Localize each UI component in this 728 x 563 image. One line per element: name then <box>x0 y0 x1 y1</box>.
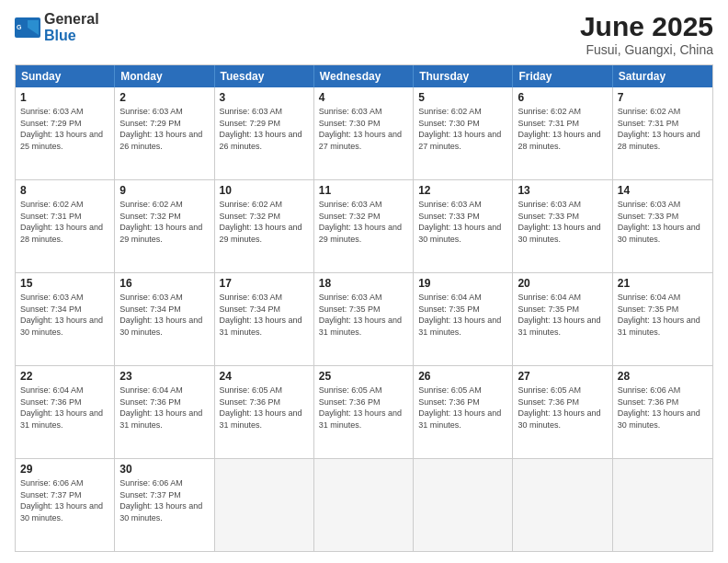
cell-empty-3 <box>414 459 513 551</box>
week-row-2: 8 Sunrise: 6:02 AMSunset: 7:31 PMDayligh… <box>16 179 712 272</box>
cell-2: 2 Sunrise: 6:03 AMSunset: 7:29 PMDayligh… <box>115 87 214 179</box>
cell-27: 27 Sunrise: 6:05 AMSunset: 7:36 PMDaylig… <box>513 366 612 458</box>
cell-24: 24 Sunrise: 6:05 AMSunset: 7:36 PMDaylig… <box>215 366 314 458</box>
calendar: Sunday Monday Tuesday Wednesday Thursday… <box>15 64 713 552</box>
logo-general: General <box>44 11 99 27</box>
weekday-saturday: Saturday <box>613 65 712 87</box>
title-block: June 2025 Fusui, Guangxi, China <box>580 11 713 57</box>
cell-18: 18 Sunrise: 6:03 AMSunset: 7:35 PMDaylig… <box>314 273 414 365</box>
cell-16: 16 Sunrise: 6:03 AMSunset: 7:34 PMDaylig… <box>115 273 214 365</box>
title-location: Fusui, Guangxi, China <box>580 42 713 57</box>
cell-8: 8 Sunrise: 6:02 AMSunset: 7:31 PMDayligh… <box>16 180 115 272</box>
weekday-friday: Friday <box>513 65 612 87</box>
logo-icon: G <box>15 17 40 38</box>
week-row-5: 29 Sunrise: 6:06 AMSunset: 7:37 PMDaylig… <box>16 458 712 551</box>
cell-26: 26 Sunrise: 6:05 AMSunset: 7:36 PMDaylig… <box>414 366 513 458</box>
week-row-3: 15 Sunrise: 6:03 AMSunset: 7:34 PMDaylig… <box>16 272 712 365</box>
cell-9: 9 Sunrise: 6:02 AMSunset: 7:32 PMDayligh… <box>115 180 214 272</box>
calendar-header: Sunday Monday Tuesday Wednesday Thursday… <box>16 65 712 87</box>
cell-22: 22 Sunrise: 6:04 AMSunset: 7:36 PMDaylig… <box>16 366 115 458</box>
cell-25: 25 Sunrise: 6:05 AMSunset: 7:36 PMDaylig… <box>314 366 414 458</box>
cell-19: 19 Sunrise: 6:04 AMSunset: 7:35 PMDaylig… <box>414 273 513 365</box>
cell-7: 7 Sunrise: 6:02 AMSunset: 7:31 PMDayligh… <box>613 87 712 179</box>
cell-20: 20 Sunrise: 6:04 AMSunset: 7:35 PMDaylig… <box>513 273 612 365</box>
weekday-tuesday: Tuesday <box>215 65 314 87</box>
cell-30: 30 Sunrise: 6:06 AMSunset: 7:37 PMDaylig… <box>115 459 214 551</box>
weekday-thursday: Thursday <box>414 65 513 87</box>
logo-text: General Blue <box>44 11 99 44</box>
cell-6: 6 Sunrise: 6:02 AMSunset: 7:31 PMDayligh… <box>513 87 612 179</box>
cell-23: 23 Sunrise: 6:04 AMSunset: 7:36 PMDaylig… <box>115 366 214 458</box>
cell-1: 1 Sunrise: 6:03 AMSunset: 7:29 PMDayligh… <box>16 87 115 179</box>
cell-empty-1 <box>215 459 314 551</box>
weekday-wednesday: Wednesday <box>314 65 414 87</box>
svg-text:G: G <box>17 24 22 30</box>
week-row-4: 22 Sunrise: 6:04 AMSunset: 7:36 PMDaylig… <box>16 365 712 458</box>
cell-21: 21 Sunrise: 6:04 AMSunset: 7:35 PMDaylig… <box>613 273 712 365</box>
cell-15: 15 Sunrise: 6:03 AMSunset: 7:34 PMDaylig… <box>16 273 115 365</box>
calendar-body: 1 Sunrise: 6:03 AMSunset: 7:29 PMDayligh… <box>16 87 712 551</box>
title-month: June 2025 <box>580 11 713 42</box>
cell-3: 3 Sunrise: 6:03 AMSunset: 7:29 PMDayligh… <box>215 87 314 179</box>
weekday-sunday: Sunday <box>16 65 115 87</box>
logo-blue: Blue <box>44 28 76 43</box>
cell-17: 17 Sunrise: 6:03 AMSunset: 7:34 PMDaylig… <box>215 273 314 365</box>
calendar-page: G General Blue June 2025 Fusui, Guangxi,… <box>0 0 728 563</box>
cell-13: 13 Sunrise: 6:03 AMSunset: 7:33 PMDaylig… <box>513 180 612 272</box>
cell-12: 12 Sunrise: 6:03 AMSunset: 7:33 PMDaylig… <box>414 180 513 272</box>
cell-14: 14 Sunrise: 6:03 AMSunset: 7:33 PMDaylig… <box>613 180 712 272</box>
cell-empty-4 <box>513 459 612 551</box>
cell-empty-2 <box>314 459 414 551</box>
week-row-1: 1 Sunrise: 6:03 AMSunset: 7:29 PMDayligh… <box>16 87 712 179</box>
cell-4: 4 Sunrise: 6:03 AMSunset: 7:30 PMDayligh… <box>314 87 414 179</box>
cell-28: 28 Sunrise: 6:06 AMSunset: 7:36 PMDaylig… <box>613 366 712 458</box>
cell-10: 10 Sunrise: 6:02 AMSunset: 7:32 PMDaylig… <box>215 180 314 272</box>
weekday-monday: Monday <box>115 65 214 87</box>
cell-5: 5 Sunrise: 6:02 AMSunset: 7:30 PMDayligh… <box>414 87 513 179</box>
header: G General Blue June 2025 Fusui, Guangxi,… <box>15 11 713 57</box>
cell-empty-5 <box>613 459 712 551</box>
cell-29: 29 Sunrise: 6:06 AMSunset: 7:37 PMDaylig… <box>16 459 115 551</box>
cell-11: 11 Sunrise: 6:03 AMSunset: 7:32 PMDaylig… <box>314 180 414 272</box>
logo: G General Blue <box>15 11 99 44</box>
